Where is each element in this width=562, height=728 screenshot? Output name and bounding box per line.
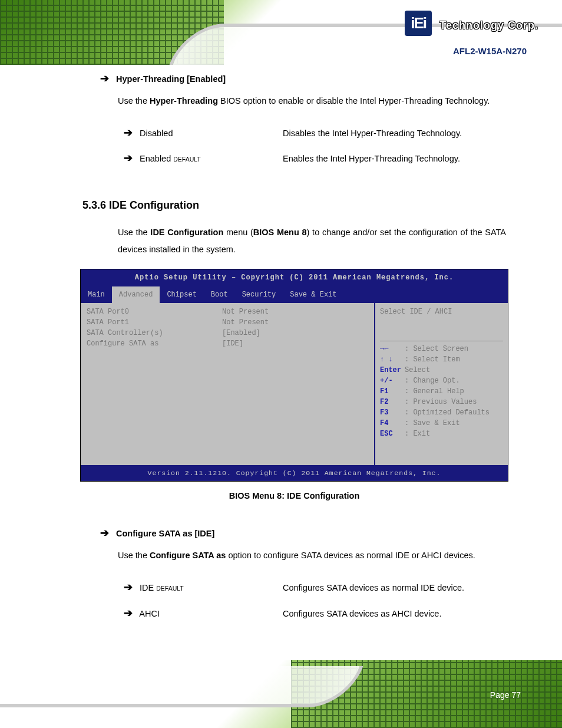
option-label: Disabled bbox=[140, 129, 173, 138]
option-title: Configure SATA as [IDE] bbox=[116, 529, 214, 538]
bios-tab-main: Main bbox=[81, 286, 112, 303]
option-label: AHCI bbox=[139, 609, 160, 618]
text: Select bbox=[405, 366, 430, 374]
bios-row: SATA Controller(s)[Enabled] bbox=[87, 328, 368, 338]
logo-text: Technology Corp. bbox=[439, 19, 538, 31]
key-label: ESC bbox=[380, 429, 405, 439]
bios-key: SATA Port0 bbox=[87, 307, 222, 317]
option-row: ➔ IDE DEFAULT Configures SATA devices as… bbox=[124, 575, 506, 600]
bios-tab-chipset: Chipset bbox=[160, 286, 203, 303]
bios-key: Configure SATA as bbox=[87, 338, 222, 349]
bios-val: [IDE] bbox=[222, 338, 368, 349]
page-content: ➔ Hyper-Threading [Enabled] Use the Hype… bbox=[0, 68, 562, 626]
bios-val: Not Present bbox=[222, 317, 368, 328]
logo-block: iEi® Technology Corp. bbox=[405, 11, 538, 36]
section-intro: Use the IDE Configuration menu (BIOS Men… bbox=[118, 224, 506, 258]
key-label: F1 bbox=[380, 386, 405, 397]
text: : Save & Exit bbox=[405, 419, 460, 427]
bios-keyhelp: →←: Select Screen ↑ ↓: Select Item Enter… bbox=[380, 344, 503, 439]
bios-right-panel: Select IDE / AHCI →←: Select Screen ↑ ↓:… bbox=[375, 303, 508, 465]
bios-tabs: Main Advanced Chipset Boot Security Save… bbox=[81, 286, 508, 303]
product-title: AFL2-W15A-N270 bbox=[453, 46, 527, 56]
arrow-icon: ➔ bbox=[100, 527, 109, 539]
header-banner: iEi® Technology Corp. AFL2-W15A-N270 bbox=[0, 0, 562, 65]
option-intro: Use the Configure SATA as option to conf… bbox=[118, 547, 506, 564]
text: Use the bbox=[118, 228, 150, 237]
arrow-icon: ➔ bbox=[124, 127, 133, 139]
arrow-icon: ➔ bbox=[124, 152, 133, 164]
bios-help-text: Select IDE / AHCI bbox=[380, 307, 503, 317]
section-heading-ide-config: 5.3.6 IDE Configuration bbox=[82, 195, 506, 216]
bios-val: [Enabled] bbox=[222, 328, 368, 338]
arrow-icon: ➔ bbox=[124, 607, 133, 619]
option-heading-hyperthreading: ➔ Hyper-Threading [Enabled] bbox=[100, 68, 506, 89]
bios-tab-boot: Boot bbox=[204, 286, 235, 303]
text: : Select Item bbox=[405, 355, 460, 364]
option-title: Hyper-Threading [Enabled] bbox=[116, 74, 226, 84]
option-default: DEFAULT bbox=[156, 585, 183, 592]
bios-footer: Version 2.11.1210. Copyright (C) 2011 Am… bbox=[81, 465, 508, 481]
text: Use the bbox=[118, 551, 150, 560]
bios-row: Configure SATA as[IDE] bbox=[87, 338, 368, 349]
text: : General Help bbox=[405, 387, 464, 396]
bios-key: SATA Controller(s) bbox=[87, 328, 222, 338]
bios-row: SATA Port0Not Present bbox=[87, 307, 368, 317]
text-bold: Configure SATA as bbox=[150, 551, 226, 560]
key-label: F4 bbox=[380, 418, 405, 429]
text-bold: IDE Configuration bbox=[150, 228, 223, 237]
decorative-swoosh bbox=[0, 666, 363, 707]
option-default: DEFAULT bbox=[173, 156, 200, 163]
arrow-icon: ➔ bbox=[100, 73, 109, 84]
page-number: Page 77 bbox=[490, 690, 521, 700]
option-desc: Configures SATA devices as AHCI device. bbox=[283, 604, 506, 624]
key-label: F2 bbox=[380, 397, 405, 407]
option-row: ➔ Disabled Disables the Intel Hyper-Thre… bbox=[124, 120, 506, 146]
bios-tab-saveexit: Save & Exit bbox=[283, 286, 343, 303]
bios-left-panel: SATA Port0Not Present SATA Port1Not Pres… bbox=[81, 303, 375, 465]
logo-main: iEi bbox=[405, 11, 432, 36]
text: BIOS option to enable or disable the Int… bbox=[218, 96, 490, 106]
bios-caption: BIOS Menu 8: IDE Configuration bbox=[82, 487, 506, 505]
bios-tab-advanced: Advanced bbox=[112, 286, 160, 303]
logo-registered: ® bbox=[432, 11, 437, 19]
bios-val: Not Present bbox=[222, 307, 368, 317]
text: : Select Screen bbox=[405, 345, 468, 353]
option-label: IDE bbox=[140, 583, 154, 592]
key-label: +/- bbox=[380, 375, 405, 386]
bios-row: SATA Port1Not Present bbox=[87, 317, 368, 328]
text: Use the bbox=[118, 96, 150, 106]
arrow-lr-icon: →← bbox=[380, 344, 405, 354]
option-row: ➔ Enabled DEFAULT Enables the Intel Hype… bbox=[124, 146, 506, 171]
key-label: Enter bbox=[380, 365, 405, 375]
option-desc: Enables the Intel Hyper-Threading Techno… bbox=[283, 149, 506, 169]
arrow-ud-icon: ↑ ↓ bbox=[380, 354, 405, 365]
option-label: Enabled bbox=[140, 154, 171, 163]
bios-tab-security: Security bbox=[235, 286, 283, 303]
key-label: F3 bbox=[380, 407, 405, 418]
option-desc: Configures SATA devices as normal IDE de… bbox=[283, 578, 506, 598]
text-bold: BIOS Menu 8 bbox=[253, 228, 307, 237]
arrow-icon: ➔ bbox=[124, 581, 133, 593]
footer-banner: Page 77 bbox=[0, 660, 562, 728]
text: option to configure SATA devices as norm… bbox=[226, 551, 475, 560]
bios-screenshot: Aptio Setup Utility – Copyright (C) 2011… bbox=[80, 269, 508, 482]
bios-key: SATA Port1 bbox=[87, 317, 222, 328]
option-row: ➔ AHCI Configures SATA devices as AHCI d… bbox=[124, 601, 506, 626]
text: : Change Opt. bbox=[405, 377, 460, 385]
text-bold: Hyper-Threading bbox=[150, 96, 218, 106]
bios-title: Aptio Setup Utility – Copyright (C) 2011… bbox=[81, 269, 508, 286]
option-heading-configure-sata: ➔ Configure SATA as [IDE] bbox=[100, 522, 506, 543]
text: : Optimized Defaults bbox=[405, 409, 490, 417]
bios-body: SATA Port0Not Present SATA Port1Not Pres… bbox=[81, 303, 508, 465]
text: : Exit bbox=[405, 430, 430, 438]
option-intro: Use the Hyper-Threading BIOS option to e… bbox=[118, 93, 506, 110]
text: : Previous Values bbox=[405, 398, 477, 406]
option-desc: Disables the Intel Hyper-Threading Techn… bbox=[283, 123, 506, 144]
text: menu ( bbox=[223, 228, 253, 237]
